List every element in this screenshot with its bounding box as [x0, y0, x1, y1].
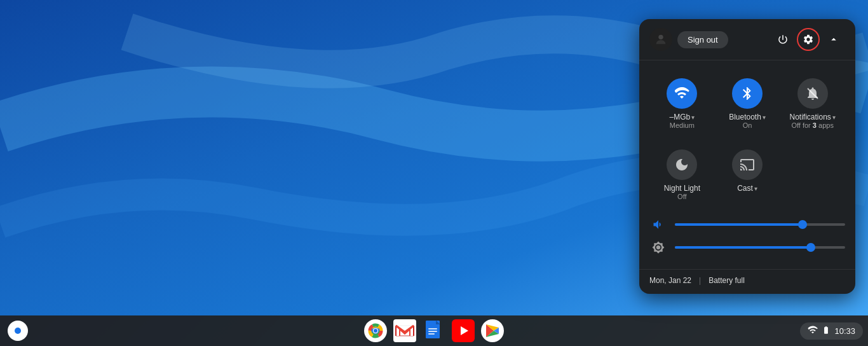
cast-icon-circle [732, 149, 763, 180]
sliders-section [639, 213, 855, 269]
sign-out-button[interactable]: Sign out [677, 31, 728, 48]
bluetooth-dropdown-arrow: ▾ [763, 114, 766, 121]
tiles-row-1: –MGb ▾ Medium Bluetooth ▾ On [639, 60, 855, 142]
header-icons [771, 28, 845, 51]
brightness-slider-track[interactable] [675, 246, 845, 249]
svg-rect-16 [428, 328, 437, 329]
notifications-label: Notifications [789, 113, 831, 121]
launcher-dot [15, 328, 21, 334]
taskbar-app-youtube[interactable] [451, 318, 476, 343]
quick-settings-header: Sign out [639, 19, 855, 60]
bluetooth-icon-circle [732, 78, 763, 109]
power-button[interactable] [771, 28, 794, 51]
notifications-label-row: Notifications ▾ [789, 113, 835, 121]
svg-rect-17 [428, 331, 437, 332]
bluetooth-label-row: Bluetooth ▾ [729, 113, 766, 121]
notifications-tile[interactable]: Notifications ▾ Off for 3 apps [780, 71, 845, 137]
taskbar-right: 10:33 [800, 322, 868, 340]
tray-wifi-icon [808, 325, 818, 337]
settings-button[interactable] [797, 28, 820, 51]
svg-point-1 [658, 35, 663, 39]
brightness-icon [649, 239, 667, 256]
cast-label-row: Cast ▾ [737, 184, 757, 193]
taskbar-app-play[interactable] [480, 318, 505, 343]
taskbar-app-docs[interactable] [421, 318, 447, 343]
brightness-slider-row [649, 239, 845, 256]
wifi-label: –MGb [669, 113, 690, 121]
nightlight-tile[interactable]: Night Light Off [649, 142, 715, 208]
footer-divider: | [699, 276, 701, 285]
tiles-row-2: Night Light Off Cast ▾ [639, 142, 855, 213]
bluetooth-tile[interactable]: Bluetooth ▾ On [715, 71, 780, 137]
notifications-sublabel: Off for 3 apps [791, 121, 833, 129]
taskbar-app-gmail[interactable] [392, 318, 417, 343]
wifi-label-row: –MGb ▾ [669, 113, 695, 121]
footer-battery: Battery full [709, 276, 745, 285]
wifi-sublabel: Medium [670, 121, 695, 129]
taskbar-center [363, 318, 505, 343]
brightness-slider-fill [675, 246, 811, 249]
volume-slider-thumb [798, 220, 807, 229]
desktop: Sign out [0, 0, 868, 346]
cast-label: Cast [737, 184, 753, 193]
volume-icon [649, 216, 667, 233]
expand-button[interactable] [822, 28, 845, 51]
taskbar-app-chrome[interactable] [363, 318, 388, 343]
launcher-button[interactable] [8, 321, 28, 341]
brightness-slider-thumb [806, 243, 815, 252]
svg-point-11 [374, 329, 377, 333]
wifi-dropdown-arrow: ▾ [691, 114, 695, 121]
volume-slider-fill [675, 223, 803, 226]
taskbar-left [0, 321, 28, 341]
wifi-icon-circle [667, 78, 697, 109]
bluetooth-label: Bluetooth [729, 113, 761, 121]
notifications-dropdown-arrow: ▾ [832, 114, 836, 121]
avatar [649, 28, 672, 51]
nightlight-icon-circle [667, 149, 697, 180]
volume-slider-track[interactable] [675, 223, 845, 226]
nightlight-label: Night Light [664, 184, 700, 193]
volume-slider-row [649, 216, 845, 233]
footer-date: Mon, Jan 22 [649, 276, 691, 285]
cast-dropdown-arrow: ▾ [754, 185, 757, 192]
cast-tile[interactable]: Cast ▾ [715, 142, 780, 208]
nightlight-sublabel: Off [677, 193, 686, 200]
quick-settings-panel: Sign out [639, 19, 855, 294]
tray-time: 10:33 [834, 326, 855, 336]
system-tray[interactable]: 10:33 [800, 322, 863, 340]
tray-battery-icon [822, 326, 831, 336]
wifi-tile[interactable]: –MGb ▾ Medium [649, 71, 715, 137]
quick-settings-footer: Mon, Jan 22 | Battery full [639, 269, 855, 294]
svg-rect-18 [428, 333, 435, 335]
taskbar: 10:33 [0, 315, 868, 346]
notifications-icon-circle [797, 78, 828, 109]
bluetooth-sublabel: On [743, 121, 752, 129]
